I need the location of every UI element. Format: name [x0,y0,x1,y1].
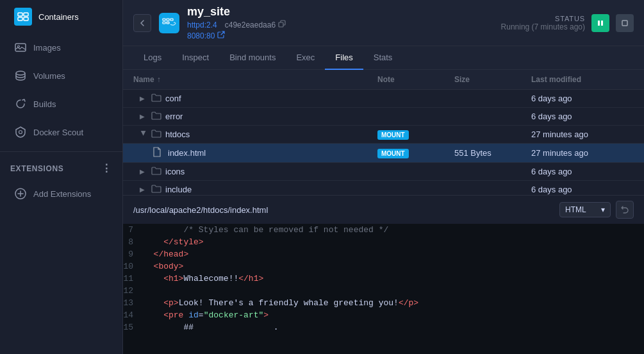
sidebar-item-images[interactable]: Images [4,35,119,60]
expand-icon[interactable]: ▶ [140,131,147,139]
sort-icon[interactable]: ↑ [157,75,161,84]
main-content: my_site httpd:2.4 c49e2eaedaa6 8080:80 [123,0,644,354]
file-name: icons [165,167,185,176]
file-badge: MOUNT [377,148,454,158]
sidebar-item-volumes[interactable]: Volumes [4,63,119,88]
file-name-cell: ▶ icons [133,166,377,177]
container-header: my_site httpd:2.4 c49e2eaedaa6 8080:80 [123,0,644,46]
file-name: index.html [168,148,206,158]
file-name-cell: ▶ include [133,184,377,195]
sidebar-item-label: Images [33,43,61,53]
container-name: my_site [187,5,493,19]
file-row[interactable]: ▶ include 6 days ago [123,181,644,195]
code-editor[interactable]: 7 /* Styles can be removed if not needed… [123,224,644,354]
chevron-down-icon: ▾ [601,205,605,214]
expand-icon[interactable]: ▶ [140,95,147,102]
file-badge: MOUNT [377,130,454,139]
extensions-more-icon[interactable]: ⋮ [101,162,112,174]
code-line: 15 ## . [123,321,644,333]
file-name-cell: ▶ conf [133,93,377,104]
file-table-header: Name ↑ Note Size Last modified [123,70,644,90]
svg-point-6 [16,71,25,75]
file-modified: 27 minutes ago [531,130,634,139]
copy-id-icon[interactable] [278,20,286,30]
container-docker-icon [159,13,179,33]
code-line: 8 </style> [123,236,644,248]
svg-rect-16 [598,21,600,26]
file-row[interactable]: ▶ icons 6 days ago [123,163,644,181]
svg-rect-18 [622,21,627,26]
sidebar-item-label: Volumes [33,71,65,81]
file-modified: 6 days ago [531,185,634,194]
tab-logs[interactable]: Logs [133,46,172,70]
container-id: c49e2eaedaa6 [225,20,286,30]
expand-icon[interactable]: ▶ [140,168,147,175]
container-info: my_site httpd:2.4 c49e2eaedaa6 8080:80 [187,5,493,40]
svg-rect-2 [18,17,22,21]
undo-button[interactable] [616,201,634,219]
status-section: STATUS Running (7 minutes ago) [501,14,634,32]
sidebar-item-add-extensions[interactable]: Add Extensions [4,181,119,206]
svg-rect-11 [170,19,173,21]
svg-rect-17 [601,21,603,26]
tab-stats[interactable]: Stats [363,46,403,70]
svg-point-7 [19,131,22,134]
container-image-link[interactable]: httpd:2.4 [187,21,217,30]
format-controls: HTML ▾ [559,201,634,219]
add-extensions-icon [14,187,27,200]
tabs-bar: Logs Inspect Bind mounts Exec Files Stat… [123,46,644,70]
file-explorer: Name ↑ Note Size Last modified ▶ [123,70,644,195]
sidebar-item-containers[interactable]: Containers [4,1,119,32]
volumes-icon [14,69,27,82]
tab-files[interactable]: Files [325,46,363,70]
file-size: 551 Bytes [454,148,531,158]
folder-icon [151,184,161,195]
format-select-dropdown[interactable]: HTML ▾ [559,202,611,217]
sidebar-item-label: Add Extensions [33,189,91,199]
code-line: 14 <pre id="docker-art"> [123,309,644,321]
container-stop-button[interactable] [616,14,634,32]
folder-icon [151,166,161,177]
container-port: 8080:80 [187,31,493,40]
tab-exec[interactable]: Exec [286,46,325,70]
col-last-modified: Last modified [531,75,634,84]
file-modified: 27 minutes ago [531,148,634,158]
col-name: Name ↑ [133,75,377,84]
file-name: htdocs [165,130,190,139]
container-start-button[interactable] [591,14,609,32]
file-icon [153,147,161,159]
tab-bind-mounts[interactable]: Bind mounts [219,46,286,70]
code-line: 10 <body> [123,260,644,273]
sidebar-item-label: Builds [33,99,56,109]
file-row[interactable]: index.html MOUNT 551 Bytes 27 minutes ag… [123,144,644,163]
sidebar-item-label: Docker Scout [33,128,83,137]
file-name-cell: ▶ error [133,111,377,122]
sidebar-item-docker-scout[interactable]: Docker Scout [4,119,119,145]
docker-scout-icon [14,126,27,139]
extensions-header: Extensions ⋮ [0,157,122,180]
expand-icon[interactable]: ▶ [140,113,147,120]
file-row[interactable]: ▶ conf 6 days ago [123,90,644,108]
svg-rect-10 [167,19,169,21]
file-rows: ▶ conf 6 days ago [123,90,644,195]
file-row[interactable]: ▶ htdocs MOUNT 27 minutes ago [123,126,644,144]
code-line: 11 <h1>Whalecome!!</h1> [123,273,644,285]
containers-icon [14,8,32,26]
svg-rect-1 [24,13,28,16]
svg-rect-15 [279,22,283,27]
code-line: 9 </head> [123,248,644,260]
svg-rect-9 [163,19,165,21]
svg-rect-12 [163,22,165,24]
file-row[interactable]: ▶ error 6 days ago [123,108,644,126]
file-name: conf [165,94,181,103]
external-link-icon[interactable] [217,31,225,40]
svg-rect-4 [15,44,26,51]
expand-icon[interactable]: ▶ [140,186,147,193]
col-note: Note [377,75,454,84]
file-name: error [165,112,183,121]
file-modified: 6 days ago [531,112,634,121]
back-button[interactable] [133,14,151,32]
tab-inspect[interactable]: Inspect [172,46,219,70]
sidebar-item-builds[interactable]: Builds [4,91,119,117]
file-name: include [165,185,192,194]
